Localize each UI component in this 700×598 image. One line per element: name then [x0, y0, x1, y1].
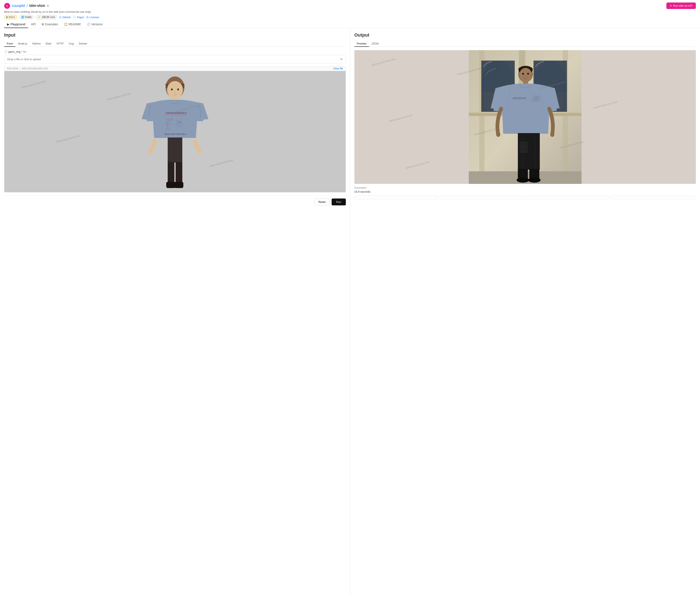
svg-point-4 [171, 89, 173, 91]
svg-point-17 [178, 122, 179, 123]
svg-point-18 [180, 122, 180, 123]
subtab-cog[interactable]: Cog [66, 41, 76, 47]
subtab-json[interactable]: JSON [369, 41, 381, 47]
upload-box[interactable]: Drop a file or click to upload ✕ [4, 55, 346, 64]
scale-icon: ⚖ [86, 16, 89, 19]
svg-rect-26 [174, 182, 183, 188]
preview-filename: PREVIEW — WECHATIMG5304.JPG [7, 67, 48, 70]
input-panel: Input Form Node.js Python Elixir HTTP Co… [0, 28, 350, 597]
subtab-python[interactable]: Python [30, 41, 43, 47]
paper-link[interactable]: 📄 Paper [73, 16, 84, 19]
bottom-btn-4[interactable] [612, 196, 696, 199]
reset-button[interactable]: Reset [315, 198, 329, 206]
repo-separator: / [27, 4, 28, 8]
svg-point-3 [167, 81, 183, 99]
bottom-btn-3[interactable] [526, 196, 610, 199]
svg-point-41 [522, 73, 524, 75]
subtab-form[interactable]: Form [4, 41, 16, 47]
github-icon: ⊙ [59, 16, 61, 19]
svg-text:unknownworld: unknownworld [512, 97, 526, 99]
action-bar: Reset Run [4, 196, 346, 206]
grid-icon: ⊞ [42, 23, 44, 26]
tab-api[interactable]: API [28, 21, 39, 28]
svg-rect-24 [176, 162, 182, 183]
repo-name: idm-vton [29, 4, 45, 8]
svg-point-56 [528, 177, 541, 183]
file-icon: 📄 [4, 50, 7, 53]
subtab-http[interactable]: HTTP [54, 41, 66, 47]
svg-point-55 [517, 177, 529, 183]
svg-text:PEAK LESS THAN YOU...: PEAK LESS THAN YOU... [165, 133, 187, 135]
preview-area: PREVIEW — WECHATIMG5304.JPG Clear file W… [4, 66, 346, 192]
run-button[interactable]: Run [332, 198, 346, 206]
upload-clear-button[interactable]: ✕ [340, 57, 343, 61]
play-icon: ▶ [7, 23, 9, 26]
upload-text: Drop a file or click to upload [7, 58, 41, 61]
generated-info: Generated 16.9 seconds [354, 186, 696, 193]
subtab-elixir[interactable]: Elixir [43, 41, 54, 47]
subtab-docker[interactable]: Docker [76, 41, 90, 47]
generated-label: Generated [354, 186, 696, 189]
github-link[interactable]: ⊙ GitHub [59, 16, 71, 19]
globe-icon: 🌐 [21, 16, 24, 19]
field-label-row: 📄 garm_img * file [4, 50, 346, 53]
subtab-nodejs[interactable]: Node.js [16, 41, 30, 47]
license-link[interactable]: ⚖ License [86, 16, 99, 19]
bottom-buttons [354, 196, 696, 199]
badge-runs: ⚡ 198.8K runs [36, 15, 57, 19]
svg-rect-51 [520, 142, 527, 152]
output-svg: unknownworld [354, 50, 696, 184]
svg-rect-46 [532, 96, 540, 101]
svg-rect-22 [168, 138, 182, 163]
bottom-btn-2[interactable] [440, 196, 524, 199]
document-icon: 📄 [73, 16, 76, 19]
output-sub-tabs: Preview JSON [354, 41, 696, 47]
output-panel: Output Preview JSON WWW.ABSKOOP.COM WWW.… [350, 28, 700, 597]
svg-point-5 [177, 89, 179, 91]
user-avatar: c [4, 3, 10, 9]
output-title: Output [354, 32, 696, 38]
warm-dot [6, 16, 8, 18]
output-image: WWW.ABSKOOP.COM WWW.ABSKOOP.COM WWW.ABSK… [354, 50, 696, 184]
upload-inner: Drop a file or click to upload ✕ [4, 55, 346, 63]
tab-playground[interactable]: ▶ Playground [4, 21, 28, 28]
svg-text:UNKNOWNWORLD: UNKNOWNWORLD [166, 112, 186, 114]
preview-header: PREVIEW — WECHATIMG5304.JPG Clear file [4, 66, 346, 71]
svg-point-42 [527, 73, 529, 75]
input-title: Input [4, 32, 346, 38]
model-svg: UNKNOWNWORLD [135, 73, 215, 190]
time-info: 16.9 seconds [354, 190, 696, 193]
clear-file-button[interactable]: Clear file [333, 67, 343, 70]
repo-owner[interactable]: cuuupid [12, 4, 25, 8]
field-name: garm_img [8, 50, 21, 53]
badge-public: 🌐 Public [19, 15, 34, 19]
readme-icon: 📋 [64, 23, 68, 26]
svg-rect-25 [166, 182, 175, 188]
badge-warm: Warm [4, 15, 17, 19]
preview-image: WWW.ABSKOOP.COM WWW.ABSKOOP.COM WWW.ABSK… [4, 71, 346, 192]
form-content: 📄 garm_img * file Drop a file or click t… [4, 50, 346, 192]
badges-row: Warm 🌐 Public ⚡ 198.8K runs ⊙ GitHub 📄 P… [4, 15, 696, 19]
copy-icon[interactable]: ⧉ [47, 4, 49, 7]
repo-description: Best-in-class clothing virtual try on in… [4, 10, 696, 14]
svg-point-40 [519, 68, 532, 82]
bottom-btn-1[interactable] [354, 196, 439, 199]
required-star: * [21, 50, 22, 53]
svg-point-49 [550, 132, 554, 137]
main-nav: ▶ Playground API ⊞ Examples 📋 README 🕐 V… [4, 21, 696, 28]
tab-examples[interactable]: ⊞ Examples [39, 21, 61, 28]
clock-icon: 🕐 [87, 23, 91, 26]
field-type: file [23, 50, 26, 53]
input-sub-tabs: Form Node.js Python Elixir HTTP Cog Dock… [4, 41, 346, 47]
tab-versions[interactable]: 🕐 Versions [84, 21, 106, 28]
sparkle-icon: ✦ [670, 4, 672, 7]
subtab-preview[interactable]: Preview [354, 41, 369, 47]
svg-point-48 [496, 132, 500, 137]
svg-rect-23 [168, 162, 174, 183]
lightning-icon: ⚡ [38, 16, 41, 19]
run-api-button[interactable]: ✦ Run with an API [666, 2, 696, 9]
tab-readme[interactable]: 📋 README [61, 21, 84, 28]
